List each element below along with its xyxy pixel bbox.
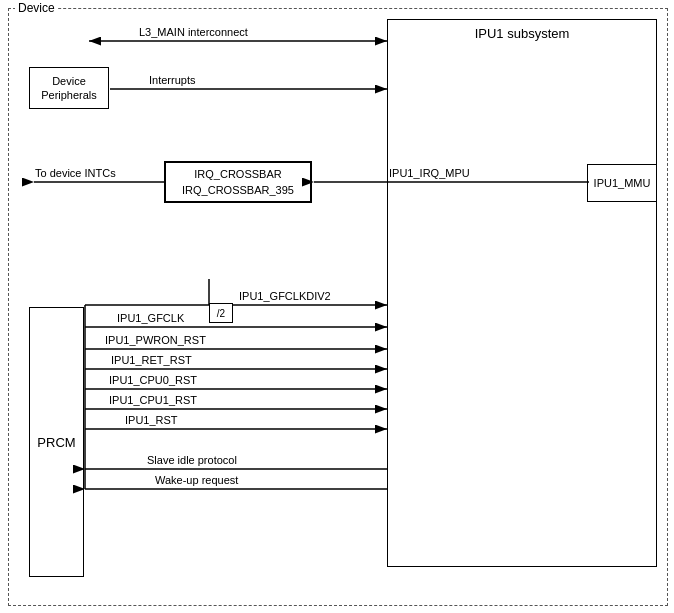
ipu1-gfclkdiv2-label: IPU1_GFCLKDIV2 xyxy=(239,290,331,302)
ipu1-cpu0-rst-label: IPU1_CPU0_RST xyxy=(109,374,197,386)
ipu1-gfclk-label: IPU1_GFCLK xyxy=(117,312,185,324)
ipu1-mmu-label: IPU1_MMU xyxy=(594,177,651,189)
prcm-label: PRCM xyxy=(37,435,75,450)
ipu1-mmu-box: IPU1_MMU xyxy=(587,164,657,202)
irq-crossbar-line2: IRQ_CROSSBAR_395 xyxy=(182,182,294,199)
device-peripherals-box: DevicePeripherals xyxy=(29,67,109,109)
slave-idle-label: Slave idle protocol xyxy=(147,454,237,466)
outer-device-box: Device IPU1 subsystem DevicePeripherals … xyxy=(8,8,668,606)
ipu1-pwron-rst-label: IPU1_PWRON_RST xyxy=(105,334,206,346)
interrupts-label: Interrupts xyxy=(149,74,196,86)
wake-up-request-label: Wake-up request xyxy=(155,474,238,486)
to-device-intcs-label: To device INTCs xyxy=(35,167,116,179)
ipu1-subsystem-box: IPU1 subsystem xyxy=(387,19,657,567)
irq-crossbar-box: IRQ_CROSSBAR IRQ_CROSSBAR_395 xyxy=(164,161,312,203)
l3-main-label: L3_MAIN interconnect xyxy=(139,26,248,38)
ipu1-ret-rst-label: IPU1_RET_RST xyxy=(111,354,192,366)
device-peripherals-label: DevicePeripherals xyxy=(41,74,97,103)
div2-label: /2 xyxy=(217,308,225,319)
div2-box: /2 xyxy=(209,303,233,323)
ipu1-cpu1-rst-label: IPU1_CPU1_RST xyxy=(109,394,197,406)
ipu1-subsystem-label: IPU1 subsystem xyxy=(475,26,570,41)
prcm-box: PRCM xyxy=(29,307,84,577)
irq-crossbar-line1: IRQ_CROSSBAR xyxy=(194,166,281,183)
ipu1-rst-label: IPU1_RST xyxy=(125,414,178,426)
device-label: Device xyxy=(15,1,58,15)
